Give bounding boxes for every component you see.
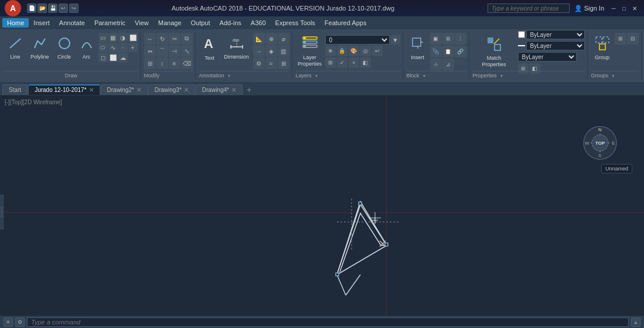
point-icon[interactable]: · bbox=[118, 43, 128, 52]
insert-button[interactable]: Insert bbox=[407, 33, 429, 63]
layer-select[interactable]: 0 bbox=[325, 35, 390, 45]
array-icon[interactable]: ⊞ bbox=[144, 57, 156, 69]
layer-properties-button[interactable]: Layer Properties bbox=[296, 33, 324, 69]
tab-close-drawing4[interactable]: ✕ bbox=[231, 87, 236, 93]
command-input[interactable] bbox=[27, 317, 629, 327]
status-close-btn[interactable]: ✕ bbox=[4, 317, 13, 327]
mirror-icon[interactable]: ⇔ bbox=[144, 45, 156, 57]
ann-icon2[interactable]: ⊕ bbox=[265, 33, 277, 45]
group-icon2[interactable]: ⊟ bbox=[627, 33, 639, 45]
close-btn[interactable]: ✕ bbox=[630, 4, 639, 13]
search-input[interactable] bbox=[488, 4, 570, 13]
block-icon8[interactable]: ⊿ bbox=[442, 59, 454, 70]
dimension-button[interactable]: dim Dimension bbox=[222, 33, 252, 63]
maximize-btn[interactable]: □ bbox=[619, 4, 629, 13]
tab-jurado[interactable]: Jurado 12-10-2017* ✕ bbox=[28, 84, 100, 95]
layer-freeze-icon[interactable]: ❄ bbox=[325, 46, 336, 56]
viewport-container[interactable]: [-][Top][2D Wireframe] bbox=[0, 96, 644, 328]
copy-icon[interactable]: ⧉ bbox=[181, 33, 193, 45]
ellipse-icon[interactable]: ⬭ bbox=[98, 43, 108, 52]
ann-icon5[interactable]: ◈ bbox=[265, 45, 277, 57]
command-expand-btn[interactable]: ▲ bbox=[631, 317, 640, 327]
layer-extra3[interactable]: × bbox=[349, 57, 359, 68]
qat-undo[interactable]: ↩ bbox=[59, 4, 68, 13]
erase-icon[interactable]: ⌫ bbox=[181, 57, 193, 69]
linetype-select[interactable]: ByLayer bbox=[526, 41, 585, 50]
minimize-btn[interactable]: ─ bbox=[609, 4, 618, 13]
color-select[interactable]: ByLayer bbox=[526, 30, 585, 39]
ann-icon6[interactable]: ▥ bbox=[278, 45, 289, 57]
tab-drawing4[interactable]: Drawing4* ✕ bbox=[196, 84, 243, 95]
status-settings-btn[interactable]: ⚙ bbox=[15, 317, 25, 327]
qat-save[interactable]: 💾 bbox=[48, 4, 57, 13]
qat-new[interactable]: 📄 bbox=[27, 4, 36, 13]
stretch-icon[interactable]: ↕ bbox=[156, 57, 168, 69]
layer-iso-icon[interactable]: ◎ bbox=[360, 46, 371, 56]
rotate-icon[interactable]: ↻ bbox=[156, 33, 168, 45]
ann-icon9[interactable]: ⊞ bbox=[278, 57, 289, 69]
layer-prev-icon[interactable]: ↩ bbox=[372, 46, 383, 56]
tab-close-drawing2[interactable]: ✕ bbox=[137, 87, 141, 93]
menu-view[interactable]: View bbox=[130, 18, 154, 28]
hatch-icon[interactable]: ▦ bbox=[108, 33, 118, 42]
layer-dropdown-arrow[interactable]: ▼ bbox=[391, 35, 400, 45]
menu-output[interactable]: Output bbox=[186, 18, 215, 28]
layer-color-icon[interactable]: 🎨 bbox=[349, 46, 359, 56]
block-icon7[interactable]: ⊹ bbox=[430, 59, 442, 70]
polyline-button[interactable]: Polyline bbox=[27, 33, 53, 63]
menu-home[interactable]: Home bbox=[2, 18, 29, 28]
gradient-icon[interactable]: ◑ bbox=[118, 33, 128, 42]
scale-icon[interactable]: ⤡ bbox=[181, 45, 193, 57]
menu-a360[interactable]: A360 bbox=[246, 18, 271, 28]
lineweight-select[interactable]: ByLayer bbox=[518, 52, 577, 62]
menu-annotate[interactable]: Annotate bbox=[54, 18, 90, 28]
trim-icon[interactable]: ✂ bbox=[169, 33, 180, 45]
ann-icon1[interactable]: 📐 bbox=[253, 33, 265, 45]
text-button[interactable]: A Text bbox=[199, 33, 220, 63]
boundary-icon[interactable]: ⬜ bbox=[128, 33, 138, 42]
layer-extra2[interactable]: ✓ bbox=[337, 57, 347, 68]
wipe-icon[interactable]: ⬜ bbox=[108, 53, 118, 62]
offset-icon[interactable]: ≡ bbox=[169, 57, 180, 69]
group-button[interactable]: Group bbox=[591, 33, 614, 63]
ann-icon8[interactable]: ≈ bbox=[265, 57, 277, 69]
menu-insert[interactable]: Insert bbox=[29, 18, 54, 28]
ann-icon4[interactable]: → bbox=[253, 45, 265, 57]
menu-addins[interactable]: Add-ins bbox=[215, 18, 246, 28]
group-icon1[interactable]: ⊞ bbox=[615, 33, 626, 45]
tab-start[interactable]: Start bbox=[2, 84, 28, 95]
region-icon[interactable]: ◻ bbox=[98, 53, 108, 62]
menu-featured[interactable]: Featured Apps bbox=[320, 18, 372, 28]
tab-close-jurado[interactable]: ✕ bbox=[89, 87, 94, 93]
move-icon[interactable]: ↔ bbox=[144, 33, 156, 45]
match-properties-button[interactable]: Match Properties bbox=[473, 34, 516, 70]
spline-icon[interactable]: ∿ bbox=[108, 43, 118, 52]
block-icon1[interactable]: ▣ bbox=[430, 33, 442, 45]
menu-manage[interactable]: Manage bbox=[154, 18, 186, 28]
construct-icon[interactable]: + bbox=[128, 43, 138, 52]
block-icon4[interactable]: 📎 bbox=[430, 46, 442, 57]
qat-open[interactable]: 📂 bbox=[38, 4, 47, 13]
layer-extra1[interactable]: ⊞ bbox=[325, 57, 336, 68]
revision-icon[interactable]: ☁ bbox=[118, 53, 128, 62]
block-icon6[interactable]: 🔗 bbox=[455, 46, 466, 57]
menu-express[interactable]: Express Tools bbox=[271, 18, 320, 28]
extend-icon[interactable]: ⊣ bbox=[169, 45, 180, 57]
block-icon5[interactable]: 📋 bbox=[442, 46, 454, 57]
block-icon2[interactable]: ⊞ bbox=[442, 33, 454, 45]
fillet-icon[interactable]: ⌒ bbox=[156, 45, 168, 57]
block-icon3[interactable]: ⋮ bbox=[455, 33, 466, 45]
new-tab-btn[interactable]: + bbox=[243, 84, 255, 95]
qat-redo[interactable]: ↪ bbox=[69, 4, 79, 13]
rect-icon[interactable]: ▭ bbox=[98, 33, 108, 42]
tab-drawing3[interactable]: Drawing3* ✕ bbox=[148, 84, 195, 95]
ann-icon3[interactable]: ⌀ bbox=[278, 33, 289, 45]
menu-parametric[interactable]: Parametric bbox=[90, 18, 130, 28]
arc-button[interactable]: Arc bbox=[76, 33, 97, 63]
line-button[interactable]: Line bbox=[5, 33, 26, 63]
layer-extra4[interactable]: ◧ bbox=[360, 57, 371, 68]
tab-drawing2[interactable]: Drawing2* ✕ bbox=[101, 84, 148, 95]
ann-icon7[interactable]: ⚙ bbox=[253, 57, 265, 69]
layer-lock-icon[interactable]: 🔒 bbox=[337, 46, 347, 56]
circle-button[interactable]: Circle bbox=[54, 33, 75, 63]
